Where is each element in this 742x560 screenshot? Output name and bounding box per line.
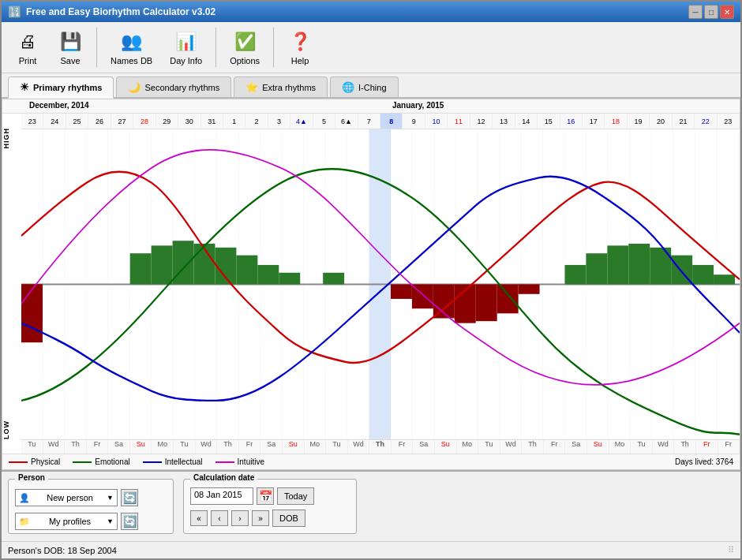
help-button[interactable]: ❓ Help <box>280 25 320 69</box>
date-24: 24 <box>43 114 66 129</box>
close-button[interactable]: ✕ <box>720 5 734 19</box>
high-label: HIGH <box>2 128 21 149</box>
day-su-3: Su <box>435 440 457 454</box>
day-th-4: Th <box>674 440 696 454</box>
tab-iching[interactable]: 🌐 I-Ching <box>330 77 398 97</box>
options-button[interactable]: ✅ Options <box>223 25 267 69</box>
profile-select[interactable]: 📁 My profiles ▼ <box>15 513 118 530</box>
day-sa-4: Sa <box>565 440 587 454</box>
date-17: 17 <box>583 114 605 129</box>
svg-rect-21 <box>519 285 540 294</box>
day-fr-2: Fr <box>239 440 261 454</box>
save-button[interactable]: 💾 Save <box>51 25 90 69</box>
svg-rect-14 <box>323 273 344 285</box>
names-db-icon: 👥 <box>119 29 144 54</box>
date-3: 3 <box>268 114 290 129</box>
intuitive-label: Intuitive <box>238 457 264 466</box>
maximize-button[interactable]: □ <box>704 5 718 19</box>
names-db-button[interactable]: 👥 Names DB <box>103 25 159 69</box>
print-icon: 🖨 <box>15 29 40 54</box>
options-icon: ✅ <box>232 29 257 54</box>
svg-rect-6 <box>130 253 152 284</box>
chart-canvas <box>21 129 740 439</box>
day-wd-4: Wd <box>500 440 523 454</box>
main-window: 🔢 Free and Easy Biorhythm Calculator v3.… <box>0 0 742 560</box>
person-refresh-button[interactable]: 🔄 <box>121 489 138 506</box>
date-2: 2 <box>245 114 268 129</box>
app-icon: 🔢 <box>8 6 21 18</box>
sun-icon: ☀ <box>20 81 29 93</box>
names-db-label: Names DB <box>111 56 152 65</box>
day-fr-3: Fr <box>392 440 414 454</box>
svg-rect-13 <box>279 273 300 285</box>
date-5: 5 <box>313 114 335 129</box>
date-30: 30 <box>178 114 200 129</box>
legend-physical: Physical <box>9 457 60 466</box>
help-icon: ❓ <box>287 29 313 54</box>
calendar-button[interactable]: 📅 <box>257 487 274 505</box>
day-wd-2: Wd <box>196 440 218 454</box>
nav-last-button[interactable]: » <box>252 510 269 526</box>
day-info-button[interactable]: 📊 Day Info <box>163 25 209 69</box>
print-label: Print <box>19 56 37 65</box>
dob-label: DOB <box>279 513 298 523</box>
date-23: 23 <box>21 114 43 129</box>
date-21: 21 <box>673 114 695 129</box>
person-name: New person <box>47 493 93 502</box>
refresh-icon: 🔄 <box>123 491 137 504</box>
help-label: Help <box>291 56 309 65</box>
chart-body-wrapper: HIGH LOW 23 24 25 26 27 28 29 30 31 1 2 <box>2 114 740 454</box>
legend-intuitive: Intuitive <box>215 457 264 466</box>
day-fr-5: Fr <box>696 440 718 454</box>
date-31: 31 <box>201 114 223 129</box>
calc-date-input[interactable]: 08 Jan 2015 <box>190 487 253 505</box>
dob-button[interactable]: DOB <box>272 510 305 527</box>
legend-emotional: Emotional <box>73 457 129 466</box>
date-29: 29 <box>156 114 178 129</box>
print-button[interactable]: 🖨 Print <box>8 25 47 69</box>
today-button[interactable]: Today <box>277 487 314 505</box>
date-19: 19 <box>628 114 650 129</box>
today-label: Today <box>284 491 307 501</box>
date-16: 16 <box>560 114 583 129</box>
legend-items: Physical Emotional Intellectual Intuitiv… <box>9 457 264 466</box>
day-sa-3: Sa <box>413 440 435 454</box>
intuitive-line <box>215 461 234 463</box>
physical-line <box>9 461 28 463</box>
date-18: 18 <box>605 114 627 129</box>
date-15: 15 <box>538 114 560 129</box>
day-fr-6: Fr <box>718 440 740 454</box>
tab-secondary[interactable]: 🌙 Secondary rhythms <box>116 77 231 97</box>
toolbar-separator-3 <box>273 28 274 67</box>
day-fr-1: Fr <box>87 440 109 454</box>
profile-name: My profiles <box>49 517 91 526</box>
day-wd-5: Wd <box>653 440 675 454</box>
date-14: 14 <box>515 114 538 129</box>
moon-icon: 🌙 <box>128 81 141 93</box>
day-th-1: Th <box>65 440 87 454</box>
tab-primary[interactable]: ☀ Primary rhythms <box>8 77 114 99</box>
day-fr-4: Fr <box>544 440 566 454</box>
profile-refresh-button[interactable]: 🔄 <box>121 513 138 530</box>
physical-label: Physical <box>31 457 60 466</box>
nav-first-button[interactable]: « <box>190 510 208 526</box>
nav-next-button[interactable]: › <box>231 510 249 526</box>
date-4: 4▲ <box>290 114 313 129</box>
day-tu-3: Tu <box>326 440 348 454</box>
tab-extra[interactable]: ⭐ Extra rhythms <box>234 77 328 97</box>
svg-rect-12 <box>257 265 279 285</box>
person-select[interactable]: 👤 New person ▼ <box>15 489 118 506</box>
toolbar: 🖨 Print 💾 Save 👥 Names DB 📊 Day Info ✅ O… <box>2 22 740 73</box>
svg-rect-22 <box>564 265 586 285</box>
y-axis: HIGH LOW <box>2 114 21 454</box>
svg-rect-25 <box>628 244 650 285</box>
day-mo-4: Mo <box>609 440 631 454</box>
profile-dropdown-arrow: ▼ <box>107 517 114 525</box>
minimize-button[interactable]: ─ <box>688 5 703 19</box>
tab-secondary-label: Secondary rhythms <box>144 83 219 92</box>
day-row: Tu Wd Th Fr Sa Su Mo Tu Wd Th Fr Sa Su M… <box>21 439 740 454</box>
svg-rect-19 <box>476 285 497 322</box>
nav-prev-button[interactable]: ‹ <box>211 510 228 526</box>
person-dropdown-row: 👤 New person ▼ 🔄 <box>15 489 167 506</box>
calc-group-title: Calculation date <box>190 473 257 482</box>
